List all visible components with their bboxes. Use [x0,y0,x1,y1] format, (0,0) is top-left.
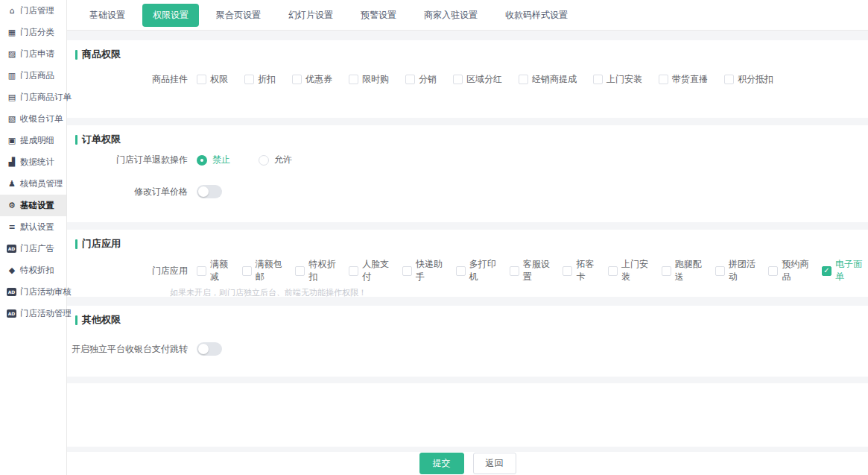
cashier-pay-jump-toggle[interactable] [197,342,222,356]
sidebar-item-label: 基础设置 [20,200,54,211]
tab-payment-code-style-settings[interactable]: 收款码样式设置 [495,4,578,27]
cashier-pay-jump-label: 开启独立平台收银台支付跳转 [67,343,197,356]
tab-alert-settings[interactable]: 预警设置 [350,4,407,27]
goods-widget-label: 商品挂件 [67,73,197,86]
sidebar-item-commission-detail[interactable]: ▣ 提成明细 [0,130,66,151]
checkbox-box [453,75,463,84]
checkbox-item[interactable]: 拓客卡 [563,258,601,283]
sidebar-item-store-goods[interactable]: ▥ 门店商品 [0,65,66,86]
checkbox-box [659,75,668,84]
store-apps-note: 如果未开启，则门店独立后台、前端无功能操作权限！ [170,287,868,298]
checkbox-box [197,266,206,276]
sidebar-item-store-manage[interactable]: ⌂ 门店管理 [0,0,66,22]
folder-check-icon: ▨ [7,49,17,59]
clipboard-icon: ▤ [7,92,17,102]
list-settings-icon: ≡ [7,222,17,232]
settings-tabbar: 基础设置 权限设置 聚合页设置 幻灯片设置 预警设置 商家入驻设置 收款码样式设… [67,0,868,31]
commission-icon: ▣ [7,136,17,145]
sidebar-item-store-ad[interactable]: AD 门店广告 [0,238,66,259]
sidebar-item-cashier-order[interactable]: ▧ 收银台订单 [0,108,66,130]
sidebar-item-activity-audit[interactable]: AD 门店活动审核 [0,281,66,303]
activity-audit-ad-icon: AD [7,288,16,296]
sidebar-item-goods-order[interactable]: ▤ 门店商品订单 [0,86,66,108]
sidebar-item-basic-settings[interactable]: ⚙ 基础设置 [0,195,66,216]
checkbox-box [662,266,671,276]
tab-permission-settings[interactable]: 权限设置 [142,4,199,27]
modify-order-price-label: 修改订单价格 [67,186,197,198]
sidebar-item-label: 门店广告 [20,243,54,254]
section-order-permission: 订单权限 门店订单退款操作 禁止 允许 修改订单价格 [67,125,868,222]
checkbox-box [456,266,466,276]
tab-aggregate-page-settings[interactable]: 聚合页设置 [206,4,271,27]
checkbox-item[interactable]: 客服设置 [510,258,556,283]
checkbox-item[interactable]: 拼团活动 [715,258,761,283]
checkbox-item-electronic-waybill[interactable]: 电子面单 [822,258,868,283]
goods-bag-icon: ▥ [7,71,17,81]
section-title: 其他权限 [67,306,868,327]
sidebar-item-label: 收银台订单 [20,113,63,125]
checkbox-box [593,75,603,84]
refund-operation-label: 门店订单退款操作 [67,154,197,166]
person-icon: ♟ [7,179,17,189]
checkbox-item[interactable]: 区域分红 [453,73,502,86]
section-marker [75,135,77,145]
sidebar-item-activity-manage[interactable]: AD 门店活动管理 [0,303,66,324]
main-content: 基础设置 权限设置 聚合页设置 幻灯片设置 预警设置 商家入驻设置 收款码样式设… [67,0,868,475]
modify-order-price-toggle[interactable] [197,185,222,198]
sidebar-item-verifier-manage[interactable]: ♟ 核销员管理 [0,173,66,195]
sidebar-item-label: 门店分类 [20,27,54,38]
form-footer: 提交 返回 [67,452,868,475]
sidebar-item-store-category[interactable]: ▦ 门店分类 [0,22,66,43]
checkbox-item[interactable]: 上门安装 [593,73,642,86]
gear-icon: ⚙ [7,201,17,210]
checkbox-item[interactable]: 优惠券 [292,73,332,86]
checkbox-item[interactable]: 人脸支付 [349,258,395,283]
checkbox-box [715,266,725,276]
checkbox-item[interactable]: 限时购 [349,73,389,86]
sidebar-item-label: 门店管理 [20,5,54,16]
submit-button[interactable]: 提交 [419,453,464,474]
tab-slideshow-settings[interactable]: 幻灯片设置 [278,4,343,27]
checkbox-box [402,266,412,276]
section-title: 门店应用 [67,230,868,251]
sidebar-item-label: 特权折扣 [20,265,54,276]
checkbox-item[interactable]: 满额包邮 [242,258,288,283]
checkbox-item[interactable]: 经销商提成 [519,73,577,86]
checkbox-item[interactable]: 特权折扣 [295,258,341,283]
store-icon: ⌂ [7,6,17,16]
checkbox-item[interactable]: 带货直播 [659,73,708,86]
section-title: 商品权限 [67,40,868,61]
sidebar-item-data-stats[interactable]: ▟ 数据统计 [0,151,66,173]
tab-basic-settings[interactable]: 基础设置 [79,4,136,27]
checkbox-item[interactable]: 折扣 [244,73,276,86]
checkbox-box [197,75,206,84]
checkbox-item[interactable]: 预约商品 [768,258,814,283]
checkbox-box [349,75,358,84]
section-marker [75,315,77,325]
back-button[interactable]: 返回 [473,453,516,474]
toggle-knob [198,186,209,197]
checkbox-item[interactable]: 分销 [405,73,437,86]
radio-allow[interactable]: 允许 [259,154,292,166]
checkbox-item[interactable]: 上门安装 [608,258,654,283]
refund-radio-group: 禁止 允许 [197,154,292,166]
section-store-apps: 门店应用 门店应用 满额减 满额包邮 特权折扣 人脸支付 快递助手 多打印机 客… [67,230,868,297]
sidebar-item-default-settings[interactable]: ≡ 默认设置 [0,216,66,238]
sidebar-item-label: 默认设置 [20,221,54,233]
checkbox-item[interactable]: 积分抵扣 [724,73,773,86]
checkbox-item[interactable]: 多打印机 [456,258,502,283]
checkbox-box [510,266,519,276]
section-goods-permission: 商品权限 商品挂件 权限 折扣 优惠券 限时购 分销 区域分红 经销商提成 上门… [67,40,868,118]
category-grid-icon: ▦ [7,28,17,37]
sidebar-item-store-apply[interactable]: ▨ 门店申请 [0,43,66,65]
checkbox-item[interactable]: 快递助手 [402,258,449,283]
sidebar-item-privilege-discount[interactable]: ◆ 特权折扣 [0,259,66,281]
tab-merchant-entry-settings[interactable]: 商家入驻设置 [414,4,488,27]
radio-forbid[interactable]: 禁止 [197,154,230,166]
sidebar-item-label: 门店商品 [20,70,54,81]
checkbox-item[interactable]: 权限 [197,73,228,86]
section-title: 订单权限 [67,125,868,146]
checkbox-item[interactable]: 满额减 [197,258,235,283]
checkbox-item[interactable]: 跑腿配送 [662,258,708,283]
section-other-permission: 其他权限 开启独立平台收银台支付跳转 [67,306,868,377]
